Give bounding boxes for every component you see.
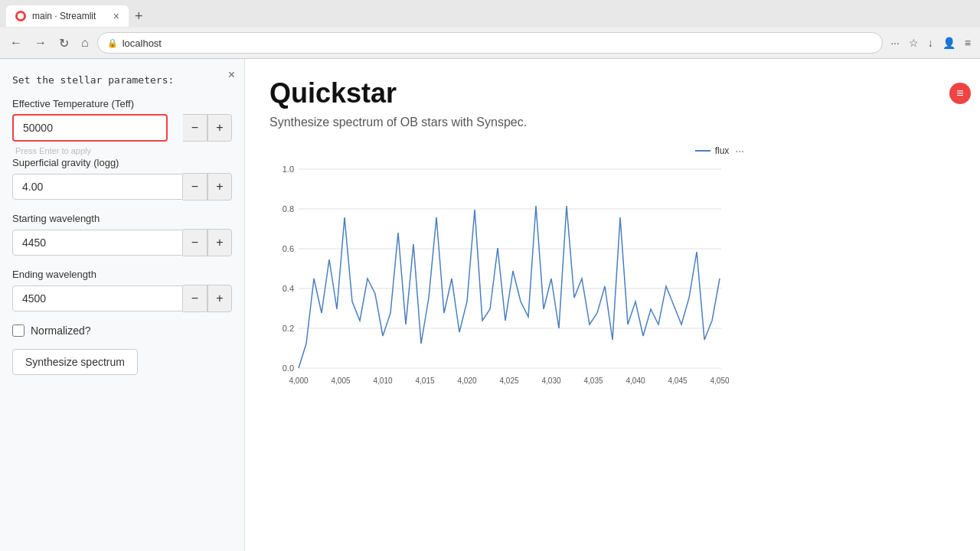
normalized-group: Normalized? — [12, 324, 232, 337]
svg-text:4,010: 4,010 — [373, 377, 392, 385]
svg-text:0.2: 0.2 — [283, 324, 294, 333]
svg-text:0.8: 0.8 — [283, 204, 294, 214]
teff-hint: Press Enter to apply — [15, 146, 91, 155]
wave-end-decrement-button[interactable]: − — [183, 285, 207, 312]
svg-text:4,000: 4,000 — [289, 377, 308, 385]
wave-start-label: Starting wavelength — [12, 213, 232, 224]
logg-decrement-button[interactable]: − — [183, 173, 207, 201]
svg-text:4,025: 4,025 — [499, 377, 518, 385]
chart-header: flux ··· — [270, 145, 744, 157]
teff-label: Effective Temperature (Teff) — [12, 98, 232, 109]
legend-label-flux: flux — [715, 145, 730, 156]
sidebar: × Set the stellar parameters: Effective … — [0, 59, 245, 551]
chart-container: flux ··· 1.0 0.8 0.6 0.4 0.2 0.0 — [270, 145, 744, 405]
browser-chrome: main · Streamlit × + ← → ↻ ⌂ 🔒 localhost… — [0, 0, 980, 59]
wave-end-input[interactable] — [12, 285, 183, 311]
logg-input[interactable] — [12, 174, 183, 200]
address-text: localhost — [122, 37, 873, 49]
logg-input-row: − + — [12, 173, 232, 201]
app-subtitle: Synthesize spectrum of OB stars with Syn… — [270, 116, 956, 129]
legend-line-flux — [695, 150, 710, 152]
forward-button[interactable]: → — [31, 34, 51, 52]
wave-start-decrement-button[interactable]: − — [183, 229, 207, 256]
wave-start-input[interactable] — [12, 230, 183, 256]
tab-title: main · Streamlit — [32, 11, 96, 21]
reload-button[interactable]: ↻ — [55, 34, 73, 53]
nav-bar: ← → ↻ ⌂ 🔒 localhost ··· ☆ ↓ 👤 ≡ — [0, 28, 980, 58]
home-button[interactable]: ⌂ — [77, 34, 93, 52]
bookmark-button[interactable]: ☆ — [906, 35, 922, 51]
svg-text:4,035: 4,035 — [583, 377, 603, 385]
synthesize-button[interactable]: Synthesize spectrum — [12, 349, 138, 375]
app-container: × Set the stellar parameters: Effective … — [0, 59, 980, 551]
download-button[interactable]: ↓ — [925, 35, 936, 51]
nav-actions: ··· ☆ ↓ 👤 ≡ — [887, 35, 974, 51]
teff-group: Effective Temperature (Teff) Press Enter… — [12, 98, 232, 142]
svg-text:4,040: 4,040 — [626, 377, 645, 385]
chart-menu-button[interactable]: ··· — [735, 145, 744, 157]
address-bar[interactable]: 🔒 localhost — [97, 32, 883, 54]
svg-text:4,030: 4,030 — [541, 377, 560, 385]
app-title: Quickstar — [270, 77, 956, 109]
svg-text:0.4: 0.4 — [283, 284, 294, 293]
main-content: Quickstar Synthesize spectrum of OB star… — [245, 59, 980, 551]
teff-decrement-button[interactable]: − — [183, 114, 207, 142]
tab-favicon — [15, 11, 26, 21]
logg-increment-button[interactable]: + — [207, 173, 232, 201]
svg-text:4,005: 4,005 — [331, 377, 350, 385]
wave-end-group: Ending wavelength − + — [12, 269, 232, 312]
lock-icon: 🔒 — [107, 38, 118, 48]
svg-text:0.6: 0.6 — [283, 244, 294, 253]
sidebar-close-button[interactable]: × — [228, 68, 235, 82]
back-button[interactable]: ← — [6, 34, 26, 52]
flux-chart: 1.0 0.8 0.6 0.4 0.2 0.0 4,000 4,005 4,01… — [270, 160, 729, 405]
svg-text:4,050: 4,050 — [710, 377, 729, 385]
normalized-checkbox[interactable] — [12, 324, 24, 337]
new-tab-button[interactable]: + — [129, 8, 149, 24]
wave-start-group: Starting wavelength − + — [12, 213, 232, 256]
streamlit-menu-button[interactable]: ≡ — [949, 83, 971, 104]
svg-text:4,015: 4,015 — [415, 377, 434, 385]
teff-increment-button[interactable]: + — [207, 114, 232, 142]
sidebar-instruction: Set the stellar parameters: — [12, 74, 232, 86]
wave-end-label: Ending wavelength — [12, 269, 232, 280]
logg-group: Superficial gravity (logg) − + — [12, 157, 232, 201]
wave-start-increment-button[interactable]: + — [207, 229, 232, 256]
chart-legend: flux — [695, 145, 730, 156]
wave-end-input-row: − + — [12, 285, 232, 312]
menu-button[interactable]: ≡ — [962, 35, 974, 51]
teff-input-row: Press Enter to apply − + — [12, 114, 232, 142]
teff-input[interactable] — [12, 114, 168, 142]
wave-start-input-row: − + — [12, 229, 232, 256]
wave-end-increment-button[interactable]: + — [207, 285, 232, 312]
svg-text:0.0: 0.0 — [283, 364, 294, 373]
teff-input-wrapper: Press Enter to apply — [12, 114, 183, 142]
logg-label: Superficial gravity (logg) — [12, 157, 232, 168]
extensions-button[interactable]: ··· — [887, 35, 903, 51]
tab-close-button[interactable]: × — [113, 10, 119, 22]
profile-button[interactable]: 👤 — [939, 35, 959, 51]
normalized-label[interactable]: Normalized? — [31, 324, 91, 337]
flux-polyline — [299, 206, 720, 368]
svg-text:4,020: 4,020 — [457, 377, 476, 385]
active-tab: main · Streamlit × — [6, 5, 129, 27]
tab-bar: main · Streamlit × + — [0, 0, 980, 28]
svg-text:4,045: 4,045 — [668, 377, 687, 385]
svg-text:1.0: 1.0 — [283, 165, 294, 174]
